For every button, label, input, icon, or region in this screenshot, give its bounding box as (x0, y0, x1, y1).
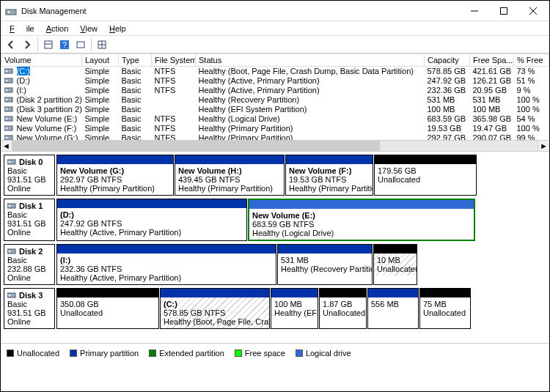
menu-help[interactable]: Help (103, 23, 132, 34)
partition[interactable]: 10 MBUnallocated (373, 244, 417, 285)
cell: 100 % (514, 95, 549, 105)
legend-extended: Extended partition (149, 349, 224, 358)
column-header[interactable]: Type (119, 54, 152, 67)
cell: 292.97 GB (425, 133, 470, 141)
menu-file[interactable]: File (4, 23, 40, 34)
partition-info: New Volume (F:)19.53 GB NTFSHealthy (Pri… (286, 164, 373, 195)
partition-info: 179.56 GBUnallocated (375, 164, 476, 186)
scroll-left-button[interactable]: ◄ (1, 141, 12, 151)
partition[interactable]: (I:)232.36 GB NTFSHealthy (Active, Prima… (56, 244, 276, 285)
toolbar-btn-1[interactable] (41, 37, 56, 52)
cell: 20.95 GB (470, 86, 514, 95)
svg-rect-3 (501, 7, 507, 14)
horizontal-scrollbar[interactable]: ◄ ► (1, 140, 549, 152)
partition-stripe (57, 155, 173, 164)
cell: New Volume (G:) (1, 133, 82, 141)
legend-logical: Logical drive (296, 349, 351, 358)
partition[interactable]: New Volume (E:)683.59 GB NTFSHealthy (Lo… (248, 199, 475, 241)
cell: 19.47 GB (470, 124, 514, 133)
column-header[interactable]: Free Spa... (470, 54, 514, 67)
svg-point-15 (5, 70, 7, 72)
column-header[interactable]: File System (152, 54, 196, 67)
cell: Basic (119, 86, 152, 95)
partition-stripe (286, 155, 373, 164)
partition-info: 75 MBUnallocated (420, 297, 470, 319)
column-header[interactable]: Capacity (425, 54, 470, 67)
column-header[interactable]: % Free (514, 54, 549, 67)
volume-row[interactable]: (Disk 2 partition 2)SimpleBasicHealthy (… (1, 95, 549, 105)
cell: (C:) (1, 67, 82, 76)
volume-row[interactable]: (C:)SimpleBasicNTFSHealthy (Boot, Page F… (1, 67, 549, 76)
cell: 99 % (514, 133, 549, 141)
partition-info: New Volume (G:)292.97 GB NTFSHealthy (Pr… (57, 164, 173, 195)
partition-stripe (161, 289, 269, 297)
partition[interactable]: New Volume (G:)292.97 GB NTFSHealthy (Pr… (56, 155, 174, 196)
cell: (D:) (1, 76, 82, 86)
title-bar: Disk Management (1, 1, 549, 21)
back-button[interactable] (4, 37, 18, 52)
disk-graphical-view[interactable]: Disk 0Basic931.51 GBOnlineNew Volume (G:… (1, 152, 549, 344)
partition-info: New Volume (H:)439.45 GB NTFSHealthy (Pr… (175, 164, 284, 195)
partition[interactable]: 531 MBHealthy (Recovery Partition) (277, 244, 373, 285)
volume-list[interactable]: VolumeLayoutTypeFile SystemStatusCapacit… (1, 53, 549, 140)
partition-info: (I:)232.36 GB NTFSHealthy (Active, Prima… (57, 254, 276, 284)
partition[interactable]: (C:)578.85 GB NTFSHealthy (Boot, Page Fi… (160, 288, 270, 329)
svg-rect-6 (45, 41, 52, 48)
partition[interactable]: 179.56 GBUnallocated (374, 155, 477, 196)
volume-row[interactable]: New Volume (G:)SimpleBasicNTFSHealthy (P… (1, 133, 549, 141)
disk-header[interactable]: Disk 3Basic931.51 GBOnline (4, 288, 55, 329)
disk-header[interactable]: Disk 1Basic931.51 GBOnline (4, 199, 55, 241)
disk-header[interactable]: Disk 2Basic232.88 GBOnline (4, 244, 55, 285)
volume-row[interactable]: New Volume (E:)SimpleBasicNTFSHealthy (L… (1, 114, 549, 124)
disk-row: Disk 1Basic931.51 GBOnline(D:)247.92 GB … (4, 199, 546, 241)
scroll-track[interactable] (12, 141, 538, 151)
toolbar-btn-2[interactable] (73, 37, 88, 52)
disk-row: Disk 0Basic931.51 GBOnlineNew Volume (G:… (4, 155, 546, 196)
legend: Unallocated Primary partition Extended p… (1, 344, 549, 363)
partition[interactable]: New Volume (H:)439.45 GB NTFSHealthy (Pr… (175, 155, 285, 196)
cell: 531 MB (470, 95, 514, 105)
svg-point-27 (5, 127, 7, 129)
partition-info: 350.08 GBUnallocated (57, 297, 158, 319)
partition[interactable]: 556 MB (367, 288, 419, 329)
cell: Basic (119, 105, 152, 114)
partition[interactable]: 1.87 GBUnallocated (319, 288, 367, 329)
cell: 51 % (514, 76, 549, 86)
disk-header[interactable]: Disk 0Basic931.51 GBOnline (4, 155, 55, 196)
close-button[interactable] (518, 1, 548, 21)
maximize-button[interactable] (489, 1, 518, 21)
volume-row[interactable]: (I:)SimpleBasicNTFSHealthy (Active, Prim… (1, 86, 549, 95)
volume-row[interactable]: (D:)SimpleBasicNTFSHealthy (Active, Prim… (1, 76, 549, 86)
menu-action[interactable]: Action (40, 23, 75, 34)
column-header[interactable]: Volume (1, 54, 82, 67)
partition[interactable]: 100 MBHealthy (EFI (271, 288, 318, 329)
partition[interactable]: 350.08 GBUnallocated (56, 288, 159, 329)
partition-info: 100 MBHealthy (EFI (271, 297, 318, 319)
help-button[interactable]: ? (57, 37, 72, 52)
scroll-right-button[interactable]: ► (538, 141, 549, 151)
scroll-thumb[interactable] (12, 141, 380, 151)
minimize-button[interactable] (460, 1, 489, 21)
partition-stripe (420, 289, 470, 297)
volume-row[interactable]: New Volume (F:)SimpleBasicNTFSHealthy (P… (1, 124, 549, 133)
partition-stripe (57, 245, 276, 254)
partition-stripe (57, 199, 246, 208)
toolbar-btn-3[interactable] (95, 37, 109, 52)
cell: NTFS (152, 133, 196, 141)
partition[interactable]: New Volume (F:)19.53 GB NTFSHealthy (Pri… (285, 155, 373, 196)
partition[interactable]: 75 MBUnallocated (419, 288, 471, 329)
cell: Basic (119, 124, 152, 133)
volume-row[interactable]: (Disk 3 partition 2)SimpleBasicHealthy (… (1, 105, 549, 114)
column-header[interactable]: Status (196, 54, 425, 67)
column-header[interactable]: Layout (82, 54, 119, 67)
drive-icon (4, 124, 15, 133)
cell: New Volume (E:) (1, 114, 82, 124)
cell: 54 % (514, 114, 549, 124)
svg-point-35 (9, 205, 11, 207)
cell: Basic (119, 114, 152, 124)
toolbar: ? (1, 36, 549, 53)
partition[interactable]: (D:)247.92 GB NTFSHealthy (Active, Prima… (56, 199, 247, 241)
forward-button[interactable] (20, 37, 34, 52)
menu-view[interactable]: View (74, 23, 103, 34)
partition-stripe (175, 155, 284, 164)
